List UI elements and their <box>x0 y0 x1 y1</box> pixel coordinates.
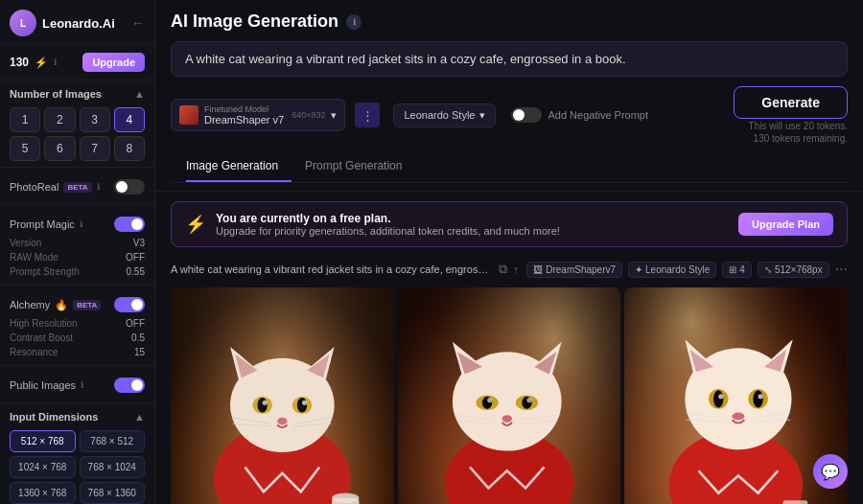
result-model-text: DreamShaperv7 <box>546 264 616 275</box>
support-chat-button[interactable]: 💬 <box>813 454 848 489</box>
neg-prompt-switch[interactable] <box>511 107 542 123</box>
alchemy-beta: BETA <box>73 300 101 310</box>
photoreal-label: PhotoReal BETA ℹ <box>10 181 100 193</box>
generate-button[interactable]: Generate <box>734 86 848 119</box>
num-btn-7[interactable]: 7 <box>80 136 110 161</box>
dim-btn-768x512[interactable]: 768 × 512 <box>80 430 146 452</box>
input-dimensions-toggle[interactable]: ▲ <box>134 411 145 423</box>
image-card-inner-1: 👁 <box>171 287 394 504</box>
svg-point-23 <box>332 493 359 503</box>
chat-icon: 💬 <box>821 463 840 481</box>
result-more-button[interactable]: ··· <box>835 261 848 278</box>
prompt-magic-info-icon[interactable]: ℹ <box>80 219 82 229</box>
generate-info-2: 130 tokens remaining. <box>734 133 848 144</box>
result-size-icon: ⤡ <box>764 264 772 275</box>
number-of-images-toggle[interactable]: ▲ <box>134 88 145 100</box>
style-dropdown-icon: ▾ <box>479 109 485 122</box>
photoreal-toggle[interactable] <box>114 179 145 195</box>
generate-info-1: This will use 20 tokens. <box>734 121 848 131</box>
model-dropdown-icon: ▾ <box>331 109 337 122</box>
pm-strength-label: Prompt Strength <box>10 266 80 277</box>
alchemy-highres-label: High Resolution <box>10 318 78 329</box>
result-download-icon[interactable]: ↑ <box>513 263 520 277</box>
result-copy-icon[interactable]: ⧉ <box>499 262 507 277</box>
public-images-toggle[interactable] <box>114 378 145 393</box>
num-btn-8[interactable]: 8 <box>114 136 145 161</box>
prompt-magic-label: Prompt Magic ℹ <box>10 218 82 230</box>
public-images-row: Public Images ℹ <box>10 374 145 397</box>
prompt-input[interactable]: A white cat wearing a vibrant red jacket… <box>171 41 848 77</box>
model-dim: 640×832 <box>292 110 325 120</box>
image-grid: 👁 <box>155 284 863 504</box>
style-selector[interactable]: Leonardo Style ▾ <box>393 103 496 127</box>
model-options-button[interactable]: ⋮ <box>355 103 380 127</box>
model-name: DreamShaper v7 <box>204 114 284 126</box>
pm-version-row: Version V3 <box>10 236 145 250</box>
svg-point-13 <box>257 398 267 413</box>
image-card-inner-2: 👁 <box>398 287 621 504</box>
alchemy-resonance-label: Resonance <box>10 347 58 357</box>
cat-image-svg-2 <box>398 287 621 504</box>
public-images-info-icon[interactable]: ℹ <box>81 380 83 390</box>
num-btn-1[interactable]: 1 <box>10 107 40 132</box>
alchemy-toggle[interactable] <box>114 297 145 312</box>
banner-text: You are currently on a free plan. Upgrad… <box>216 212 729 237</box>
credits-info-icon[interactable]: ℹ <box>54 57 57 67</box>
pm-strength-row: Prompt Strength 0.55 <box>10 264 145 279</box>
num-btn-4[interactable]: 4 <box>114 107 145 132</box>
alchemy-contrast-row: Contrast Boost 0.5 <box>10 331 145 345</box>
result-style-chip: ✦ Leonardo Style <box>628 262 716 278</box>
banner-title: You are currently on a free plan. <box>216 212 729 225</box>
result-row: A white cat wearing a vibrant red jacket… <box>155 255 863 284</box>
num-btn-6[interactable]: 6 <box>44 136 75 161</box>
result-size-text: 512×768px <box>775 264 823 275</box>
sidebar-collapse-button[interactable]: ← <box>131 15 145 31</box>
pm-raw-row: RAW Mode OFF <box>10 250 145 264</box>
alchemy-resonance-row: Resonance 15 <box>10 345 145 359</box>
image-card-1[interactable]: 👁 <box>171 287 394 504</box>
prompt-magic-row: Prompt Magic ℹ <box>10 213 145 236</box>
tab-prompt-generation[interactable]: Prompt Generation <box>305 151 415 182</box>
input-dimensions-section: Input Dimensions ▲ 512 × 768 768 × 512 1… <box>0 403 154 504</box>
neg-prompt-label: Add Negative Prompt <box>548 109 648 121</box>
alchemy-contrast-label: Contrast Boost <box>10 332 73 343</box>
pm-raw-label: RAW Mode <box>10 252 58 263</box>
dim-btn-768x1360[interactable]: 768 × 1360 <box>80 482 146 504</box>
result-count-chip: ⊞ 4 <box>722 262 752 278</box>
photoreal-info-icon[interactable]: ℹ <box>97 182 100 192</box>
number-of-images-header: Number of Images ▲ <box>10 88 145 100</box>
num-btn-2[interactable]: 2 <box>44 107 75 132</box>
dim-btn-1360x768[interactable]: 1360 × 768 <box>10 482 76 504</box>
model-type-label: Finetuned Model <box>204 104 284 114</box>
alchemy-highres-value: OFF <box>126 318 145 329</box>
sidebar: L Leonardo.Ai ← 130 ⚡ ℹ Upgrade Number o… <box>0 0 155 504</box>
dim-btn-1024x768[interactable]: 1024 × 768 <box>10 456 76 478</box>
result-prompt: A white cat wearing a vibrant red jacket… <box>171 263 491 275</box>
result-model-chip: 🖼 DreamShaperv7 <box>526 262 622 278</box>
number-of-images-section: Number of Images ▲ 1 2 3 4 5 6 7 8 <box>0 80 154 168</box>
model-thumbnail <box>179 105 198 125</box>
dim-btn-768x1024[interactable]: 768 × 1024 <box>80 456 146 478</box>
banner-upgrade-button[interactable]: Upgrade Plan <box>738 213 833 236</box>
svg-point-59 <box>713 390 723 407</box>
negative-prompt-toggle[interactable]: Add Negative Prompt <box>511 107 648 123</box>
number-of-images-title: Number of Images <box>10 88 102 100</box>
result-style-text: Leonardo Style <box>645 264 710 275</box>
svg-point-60 <box>754 390 763 407</box>
logo-avatar: L <box>10 10 36 36</box>
upgrade-button[interactable]: Upgrade <box>82 53 145 72</box>
image-card-2[interactable]: 👁 <box>398 287 621 504</box>
banner-subtitle: Upgrade for priority generations, additi… <box>216 225 729 237</box>
sidebar-logo: L Leonardo.Ai <box>10 10 115 36</box>
alchemy-resonance-value: 15 <box>134 347 145 357</box>
tab-image-generation[interactable]: Image Generation <box>186 151 292 182</box>
num-btn-3[interactable]: 3 <box>80 107 110 132</box>
svg-point-14 <box>297 398 307 413</box>
page-title-info-icon[interactable]: ℹ <box>346 14 362 30</box>
num-btn-5[interactable]: 5 <box>10 136 40 161</box>
dim-btn-512x768[interactable]: 512 × 768 <box>10 430 76 452</box>
model-selector[interactable]: Finetuned Model DreamShaper v7 640×832 ▾ <box>171 99 345 131</box>
prompt-magic-toggle[interactable] <box>114 217 145 232</box>
prompt-magic-text: Prompt Magic <box>10 218 75 230</box>
page-title-row: AI Image Generation ℹ <box>171 11 848 32</box>
